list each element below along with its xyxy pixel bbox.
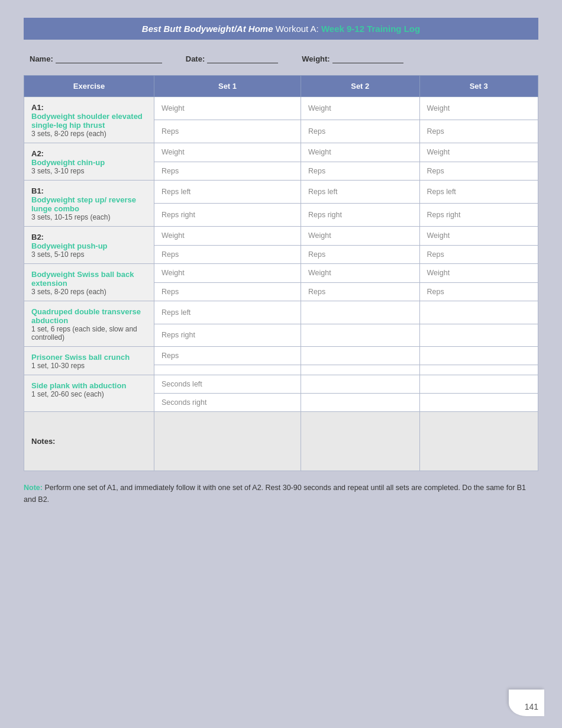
page-number: 141 [525, 702, 538, 711]
set2-line1-5 [301, 301, 419, 324]
exercise-sets-4: 3 sets, 8-20 reps (each) [31, 288, 147, 296]
notes-set2 [301, 412, 419, 471]
exercise-name-2: Bodyweight step up/ reverse lunge combo [31, 195, 147, 213]
set3-line2-6 [419, 365, 538, 375]
set1-line2-4: Reps [154, 282, 301, 301]
set1-line1-4: Weight [154, 264, 301, 283]
exercise-sets-6: 1 set, 10-30 reps [31, 362, 147, 370]
set2-line2-7 [301, 394, 419, 412]
page-number-area: 141 [503, 684, 544, 716]
exercise-name-0: Bodyweight shoulder elevated single-leg … [31, 112, 147, 130]
table-row-5: Quadruped double transverse abduction1 s… [24, 301, 538, 324]
exercise-cell-7: Side plank with abduction1 set, 20-60 se… [24, 375, 154, 412]
date-input[interactable] [207, 54, 278, 63]
exercise-sets-2: 3 sets, 10-15 reps (each) [31, 213, 147, 221]
col-exercise: Exercise [24, 76, 154, 97]
set3-line2-4: Reps [419, 282, 538, 301]
exercise-cell-6: Prisoner Swiss ball crunch1 set, 10-30 r… [24, 347, 154, 375]
set3-line2-0: Reps [419, 120, 538, 143]
title-week: Week 9-12 Training Log [321, 24, 420, 34]
name-field: Name: [30, 54, 162, 63]
set2-line2-4: Reps [301, 282, 419, 301]
exercise-cell-5: Quadruped double transverse abduction1 s… [24, 301, 154, 347]
exercise-name-7: Side plank with abduction [31, 381, 147, 390]
set2-line2-1: Reps [301, 162, 419, 181]
set3-line1-3: Weight [419, 227, 538, 246]
set2-line1-0: Weight [301, 97, 419, 120]
name-label: Name: [30, 54, 53, 63]
col-set1: Set 1 [154, 76, 301, 97]
set3-line1-1: Weight [419, 143, 538, 162]
footer-note: Note: Perform one set of A1, and immedia… [24, 482, 538, 505]
set1-line2-6 [154, 365, 301, 375]
title-middle: Workout A: [273, 24, 321, 34]
set2-line1-7 [301, 375, 419, 394]
workout-table: Exercise Set 1 Set 2 Set 3 A1:Bodyweight… [24, 75, 538, 471]
weight-input[interactable] [332, 54, 403, 63]
set2-line1-4: Weight [301, 264, 419, 283]
exercise-sets-0: 3 sets, 8-20 reps (each) [31, 130, 147, 138]
set2-line2-2: Reps right [301, 204, 419, 227]
exercise-sets-7: 1 set, 20-60 sec (each) [31, 390, 147, 398]
table-row-2: B1:Bodyweight step up/ reverse lunge com… [24, 181, 538, 204]
exercise-id-2: B1: [31, 186, 147, 195]
exercise-cell-4: Bodyweight Swiss ball back extension3 se… [24, 264, 154, 301]
exercise-cell-1: A2:Bodyweight chin-up3 sets, 3-10 reps [24, 143, 154, 181]
set3-line2-1: Reps [419, 162, 538, 181]
exercise-cell-0: A1:Bodyweight shoulder elevated single-l… [24, 97, 154, 143]
set3-line1-4: Weight [419, 264, 538, 283]
name-input[interactable] [56, 54, 162, 63]
exercise-name-6: Prisoner Swiss ball crunch [31, 353, 147, 362]
set3-line1-5 [419, 301, 538, 324]
set2-line1-6 [301, 347, 419, 365]
exercise-sets-3: 3 sets, 5-10 reps [31, 250, 147, 259]
set1-line1-7: Seconds left [154, 375, 301, 394]
set3-line1-0: Weight [419, 97, 538, 120]
set1-line1-2: Reps left [154, 181, 301, 204]
exercise-id-3: B2: [31, 233, 147, 241]
exercise-cell-notes: Notes: [24, 412, 154, 471]
exercise-sets-1: 3 sets, 3-10 reps [31, 167, 147, 175]
set3-line1-7 [419, 375, 538, 394]
table-row-3: B2:Bodyweight push-up3 sets, 5-10 repsWe… [24, 227, 538, 246]
table-row-0: A1:Bodyweight shoulder elevated single-l… [24, 97, 538, 120]
set1-line1-5: Reps left [154, 301, 301, 324]
table-row-4: Bodyweight Swiss ball back extension3 se… [24, 264, 538, 283]
date-field: Date: [186, 54, 279, 63]
weight-field: Weight: [302, 54, 403, 63]
note-label: Note: [24, 484, 43, 492]
set1-line1-6: Reps [154, 347, 301, 365]
notes-set3 [419, 412, 538, 471]
set3-line2-5 [419, 324, 538, 347]
set1-line2-1: Reps [154, 162, 301, 181]
exercise-cell-3: B2:Bodyweight push-up3 sets, 5-10 reps [24, 227, 154, 264]
exercise-name-1: Bodyweight chin-up [31, 158, 147, 167]
set1-line2-2: Reps right [154, 204, 301, 227]
col-set3: Set 3 [419, 76, 538, 97]
exercise-cell-2: B1:Bodyweight step up/ reverse lunge com… [24, 181, 154, 227]
exercise-sets-5: 1 set, 6 reps (each side, slow and contr… [31, 325, 147, 342]
set2-line2-6 [301, 365, 419, 375]
exercise-name-5: Quadruped double transverse abduction [31, 307, 147, 325]
set3-line1-2: Reps left [419, 181, 538, 204]
set2-line1-2: Reps left [301, 181, 419, 204]
page: Best Butt Bodyweight/At Home Workout A: … [0, 0, 562, 728]
set2-line2-0: Reps [301, 120, 419, 143]
col-set2: Set 2 [301, 76, 419, 97]
date-label: Date: [186, 54, 205, 63]
notes-label: Notes: [31, 437, 55, 446]
title-bar: Best Butt Bodyweight/At Home Workout A: … [24, 18, 538, 40]
set1-line2-5: Reps right [154, 324, 301, 347]
table-row-notes: Notes: [24, 412, 538, 471]
table-row-7: Side plank with abduction1 set, 20-60 se… [24, 375, 538, 394]
set1-line1-1: Weight [154, 143, 301, 162]
set3-line1-6 [419, 347, 538, 365]
weight-label: Weight: [302, 54, 330, 63]
set1-line2-3: Reps [154, 245, 301, 264]
set1-line2-7: Seconds right [154, 394, 301, 412]
page-curl: 141 [503, 684, 544, 716]
title-bold: Best Butt Bodyweight/At Home [142, 24, 273, 34]
table-row-1: A2:Bodyweight chin-up3 sets, 3-10 repsWe… [24, 143, 538, 162]
exercise-id-0: A1: [31, 103, 147, 112]
table-row-6: Prisoner Swiss ball crunch1 set, 10-30 r… [24, 347, 538, 365]
